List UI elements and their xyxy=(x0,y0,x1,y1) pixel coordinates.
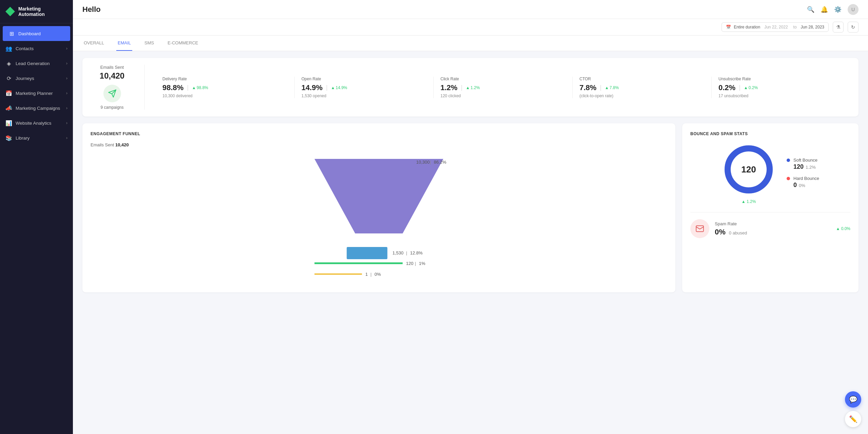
fab-group: 💬 ✏️ xyxy=(845,391,861,427)
metric-delivery-rate: Delivery Rate 98.8% | ▲ 98.8% 10,300 del… xyxy=(156,77,295,98)
spam-abused: 0 abused xyxy=(729,230,747,235)
sidebar-item-dashboard[interactable]: ⊞ Dashboard xyxy=(3,26,70,41)
sidebar-item-label: Dashboard xyxy=(18,31,41,36)
metric-click-rate: Click Rate 1.2% | ▲ 1.2% 120 clicked xyxy=(434,77,573,98)
click-rate-value: 1.2% xyxy=(440,83,457,92)
main-content: Hello 🔍 🔔 ⚙️ U 📅 Entire duration Jun 22,… xyxy=(73,0,868,434)
two-col-section: ENGAGEMENT FUNNEL Emails Sent 10,420 xyxy=(82,123,859,292)
click-rate-sub: 120 clicked xyxy=(440,94,566,98)
ctor-label: CTOR xyxy=(579,77,705,81)
sidebar-nav: ⊞ Dashboard 👥 Contacts › ◈ Lead Generati… xyxy=(0,23,73,434)
sidebar-item-library[interactable]: 📚 Library › xyxy=(0,130,73,145)
spam-section: Spam Rate 0% 0 abused ▲ 0.0% xyxy=(690,212,850,238)
campaigns-text: 9 campaigns xyxy=(100,105,123,110)
funnel-total: 10,420 xyxy=(115,142,129,147)
unsubscribe-rate-sub: 17 unsubscribed xyxy=(718,94,844,98)
soft-bounce-legend: Soft Bounce 120 1.2% xyxy=(787,158,819,170)
separator: | xyxy=(326,84,328,91)
delivery-rate-sub: 10,300 delivered xyxy=(162,94,288,98)
chevron-right-icon: › xyxy=(66,46,67,51)
dashboard-icon: ⊞ xyxy=(8,30,15,37)
avatar[interactable]: U xyxy=(848,4,859,15)
sidebar-item-label: Journeys xyxy=(16,76,34,81)
chevron-right-icon: › xyxy=(66,61,67,66)
ctor-trend: ▲ 7.8% xyxy=(605,85,619,90)
svg-text:|: | xyxy=(430,160,431,165)
gear-icon[interactable]: ⚙️ xyxy=(834,6,842,13)
hard-bounce-num: 0 xyxy=(793,182,797,189)
ctor-sub: (click-to-open rate) xyxy=(579,94,705,98)
date-range-picker[interactable]: 📅 Entire duration Jun 22, 2022 to Jun 28… xyxy=(722,22,829,32)
separator: | xyxy=(600,84,601,91)
journeys-icon: ⟳ xyxy=(5,75,12,82)
bounce-panel: BOUNCE AND SPAM STATS 120 ▲ 1.2% xyxy=(682,123,859,292)
sidebar-item-journeys[interactable]: ⟳ Journeys › xyxy=(0,71,73,86)
svg-text:1,530: 1,530 xyxy=(393,250,404,255)
svg-rect-1 xyxy=(347,247,388,259)
hard-bounce-label: Hard Bounce xyxy=(793,176,819,181)
metric-ctor: CTOR 7.8% | ▲ 7.8% (click-to-open rate) xyxy=(573,77,712,98)
sidebar-item-marketing-planner[interactable]: 📅 Marketing Planner › xyxy=(0,86,73,101)
sidebar-item-contacts[interactable]: 👥 Contacts › xyxy=(0,41,73,56)
content-area: Emails Sent 10,420 9 campaigns Delivery … xyxy=(73,51,868,434)
sidebar-item-marketing-campaigns[interactable]: 📣 Marketing Campaigns › xyxy=(0,101,73,116)
spam-rate-label: Spam Rate xyxy=(715,221,836,226)
funnel-svg: 10,300 | 86.2% 1,530 | 12.8% 120 | 1% 1 … xyxy=(91,156,667,284)
sidebar-item-label: Marketing Planner xyxy=(16,91,53,96)
metric-unsubscribe-rate: Unsubscribe Rate 0.2% | ▲ 0.2% 17 unsubs… xyxy=(712,77,850,98)
sidebar: Marketing Automation ⊞ Dashboard 👥 Conta… xyxy=(0,0,73,434)
metric-open-rate: Open Rate 14.9% | ▲ 14.9% 1,530 opened xyxy=(295,77,434,98)
separator: | xyxy=(187,84,189,91)
funnel-title: ENGAGEMENT FUNNEL xyxy=(91,131,667,136)
date-range-label: Entire duration xyxy=(734,25,760,29)
separator: | xyxy=(461,84,462,91)
hard-bounce-legend: Hard Bounce 0 0% xyxy=(787,176,819,189)
chevron-right-icon: › xyxy=(66,106,67,110)
sidebar-item-label: Lead Generation xyxy=(16,61,50,66)
chevron-right-icon: › xyxy=(66,121,67,125)
soft-bounce-num: 120 xyxy=(793,163,804,170)
sidebar-header: Marketing Automation xyxy=(0,0,73,23)
soft-bounce-pct: 1.2% xyxy=(806,165,816,170)
bounce-title: BOUNCE AND SPAM STATS xyxy=(690,131,850,136)
tab-ecommerce[interactable]: E-COMMERCE xyxy=(166,36,199,51)
funnel-panel: ENGAGEMENT FUNNEL Emails Sent 10,420 xyxy=(82,123,675,292)
edit-fab[interactable]: ✏️ xyxy=(845,411,861,427)
filter-button[interactable]: ⚗ xyxy=(833,22,844,33)
refresh-button[interactable]: ↻ xyxy=(848,22,859,33)
svg-text:|: | xyxy=(371,272,372,277)
ctor-value: 7.8% xyxy=(579,83,596,92)
tab-overall[interactable]: OVERALL xyxy=(82,36,105,51)
search-icon[interactable]: 🔍 xyxy=(807,6,814,13)
sidebar-item-lead-generation[interactable]: ◈ Lead Generation › xyxy=(0,56,73,71)
tab-email[interactable]: EMAIL xyxy=(116,36,132,51)
spam-trend: ▲ 0.0% xyxy=(836,226,850,231)
date-range-bar: 📅 Entire duration Jun 22, 2022 to Jun 28… xyxy=(73,19,868,36)
svg-text:0%: 0% xyxy=(375,272,381,277)
chat-fab[interactable]: 💬 xyxy=(845,391,861,408)
unsubscribe-rate-label: Unsubscribe Rate xyxy=(718,77,844,81)
lead-gen-icon: ◈ xyxy=(5,60,12,67)
page-title: Hello xyxy=(82,5,101,14)
svg-text:1: 1 xyxy=(366,272,368,277)
unsubscribe-rate-trend: ▲ 0.2% xyxy=(744,85,758,90)
analytics-icon: 📊 xyxy=(5,120,12,126)
sidebar-item-website-analytics[interactable]: 📊 Website Analytics › xyxy=(0,116,73,130)
date-range-to-label: to xyxy=(793,25,797,29)
donut-trend: ▲ 1.2% xyxy=(742,199,756,204)
date-range-to: Jun 28, 2023 xyxy=(801,25,824,29)
spam-icon xyxy=(695,224,704,233)
soft-bounce-label: Soft Bounce xyxy=(793,158,817,163)
unsubscribe-rate-value: 0.2% xyxy=(718,83,735,92)
delivery-rate-value: 98.8% xyxy=(162,83,183,92)
tab-sms[interactable]: SMS xyxy=(143,36,155,51)
emails-sent-box: Emails Sent 10,420 9 campaigns xyxy=(91,65,145,110)
spam-icon-wrap xyxy=(690,219,709,238)
emails-sent-value: 10,420 xyxy=(100,71,124,81)
date-range-from: Jun 22, 2022 xyxy=(764,25,788,29)
stats-card: Emails Sent 10,420 9 campaigns Delivery … xyxy=(82,58,859,117)
bell-icon[interactable]: 🔔 xyxy=(821,6,828,13)
stats-metrics: Delivery Rate 98.8% | ▲ 98.8% 10,300 del… xyxy=(156,77,850,98)
donut-center-value: 120 xyxy=(741,164,756,175)
open-rate-trend: ▲ 14.9% xyxy=(331,85,347,90)
